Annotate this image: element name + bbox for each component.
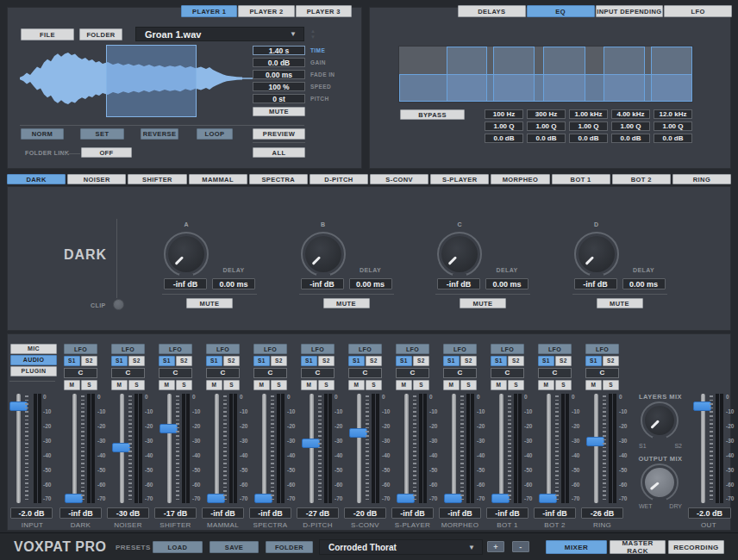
mute-button[interactable]: M xyxy=(64,380,80,390)
preset-folder-button[interactable]: FOLDER xyxy=(266,541,313,553)
s2-button[interactable]: S2 xyxy=(413,356,429,366)
pan-center-box[interactable]: C xyxy=(396,368,429,378)
fader-handle[interactable] xyxy=(207,494,225,503)
lfo-button[interactable]: LFO xyxy=(538,344,572,354)
voice-delay-box[interactable]: 0.00 ms xyxy=(485,278,528,289)
preview-button[interactable]: PREVIEW xyxy=(253,128,305,140)
solo-button[interactable]: S xyxy=(128,380,145,390)
s2-button[interactable]: S2 xyxy=(366,356,382,366)
mute-button[interactable]: M xyxy=(159,380,175,390)
pan-center-box[interactable]: C xyxy=(301,368,335,378)
lfo-button[interactable]: LFO xyxy=(111,344,145,354)
tab-player-1[interactable]: PLAYER 1 xyxy=(181,5,237,17)
pan-center-box[interactable]: C xyxy=(443,368,477,378)
s2-button[interactable]: S2 xyxy=(603,356,619,366)
spinner-down-icon[interactable]: ▼ xyxy=(308,34,318,40)
input-value-box[interactable]: -2.0 dB xyxy=(10,507,53,519)
channel-value-box[interactable]: -inf dB xyxy=(486,507,528,519)
s1-button[interactable]: S1 xyxy=(301,356,317,366)
all-button[interactable]: ALL xyxy=(253,147,305,158)
out-value-box[interactable]: -2.0 dB xyxy=(688,507,731,519)
eq-band-region[interactable] xyxy=(604,47,645,102)
voice-level-knob[interactable] xyxy=(301,232,346,277)
mute-button[interactable]: M xyxy=(585,380,602,390)
view-tab-recording[interactable]: RECORDING xyxy=(668,540,724,554)
fader-handle[interactable] xyxy=(302,439,320,448)
s2-button[interactable]: S2 xyxy=(508,356,524,366)
preset-dropdown[interactable]: Corroded Thorat ▼ xyxy=(319,539,483,555)
eq-gain-box[interactable]: 0.0 dB xyxy=(527,134,566,143)
lfo-button[interactable]: LFO xyxy=(491,344,524,354)
voice-level-box[interactable]: -inf dB xyxy=(437,278,480,289)
fader-handle[interactable] xyxy=(586,437,604,446)
fader-handle[interactable] xyxy=(693,401,711,411)
loop-button[interactable]: LOOP xyxy=(197,128,233,140)
tab-player-2[interactable]: PLAYER 2 xyxy=(238,5,294,17)
folder-button[interactable]: FOLDER xyxy=(79,28,122,40)
spinner-up-icon[interactable]: ▲ xyxy=(308,28,318,34)
voice-mute-button[interactable]: MUTE xyxy=(460,298,506,308)
fader-track[interactable] xyxy=(594,394,598,503)
lfo-button[interactable]: LFO xyxy=(253,344,287,354)
param-value-box[interactable]: 0.00 ms xyxy=(253,70,305,79)
fader-track[interactable] xyxy=(215,394,219,503)
eq-gain-box[interactable]: 0.0 dB xyxy=(485,134,523,143)
s2-button[interactable]: S2 xyxy=(318,356,335,366)
fader-handle[interactable] xyxy=(112,443,130,452)
pan-center-box[interactable]: C xyxy=(111,368,145,378)
eq-freq-box[interactable]: 1.00 kHz xyxy=(569,109,608,119)
eq-q-box[interactable]: 1.00 Q xyxy=(527,121,566,131)
lfo-button[interactable]: LFO xyxy=(206,344,240,354)
fader-handle[interactable] xyxy=(397,494,415,503)
eq-gain-box[interactable]: 0.0 dB xyxy=(654,134,692,143)
eq-band-region[interactable] xyxy=(651,47,692,102)
solo-button[interactable]: S xyxy=(176,380,192,390)
tab-input-depending[interactable]: INPUT DEPENDING xyxy=(596,5,664,17)
voice-delay-box[interactable]: 0.00 ms xyxy=(349,278,392,289)
channel-value-box[interactable]: -27 dB xyxy=(297,507,339,519)
waveform-selection[interactable] xyxy=(106,45,197,117)
tab-eq[interactable]: EQ xyxy=(527,5,595,17)
fader-track[interactable] xyxy=(357,394,361,503)
fader-handle[interactable] xyxy=(254,494,272,503)
s2-button[interactable]: S2 xyxy=(176,356,192,366)
voice-level-knob[interactable] xyxy=(574,232,619,277)
view-tab-master-rack[interactable]: MASTER RACK xyxy=(610,540,666,554)
module-tab-mammal[interactable]: MAMMAL xyxy=(189,174,247,184)
s1-button[interactable]: S1 xyxy=(538,356,554,366)
pan-center-box[interactable]: C xyxy=(585,368,619,378)
bypass-button[interactable]: BYPASS xyxy=(400,109,465,120)
fader-track[interactable] xyxy=(404,394,409,503)
fader-track[interactable] xyxy=(499,394,503,503)
lfo-button[interactable]: LFO xyxy=(64,344,97,354)
param-value-box[interactable]: 100 % xyxy=(253,82,305,91)
channel-value-box[interactable]: -inf dB xyxy=(59,507,102,519)
mute-button[interactable]: M xyxy=(491,380,507,390)
view-tab-mixer[interactable]: MIXER xyxy=(546,540,607,554)
module-tab-spectra[interactable]: SPECTRA xyxy=(249,174,308,184)
eq-freq-box[interactable]: 12.0 kHz xyxy=(654,109,692,119)
module-tab-s-conv[interactable]: S-CONV xyxy=(370,174,428,184)
tab-delays[interactable]: DELAYS xyxy=(458,5,526,17)
module-tab-noiser[interactable]: NOISER xyxy=(67,174,126,184)
layers-mix-knob[interactable] xyxy=(641,401,679,439)
eq-freq-box[interactable]: 100 Hz xyxy=(485,109,523,119)
tab-lfo[interactable]: LFO xyxy=(664,5,732,17)
fader-track[interactable] xyxy=(72,394,77,503)
voice-level-box[interactable]: -inf dB xyxy=(164,278,207,289)
lfo-button[interactable]: LFO xyxy=(585,344,619,354)
pan-center-box[interactable]: C xyxy=(64,368,97,378)
mute-button[interactable]: M xyxy=(253,380,270,390)
s1-button[interactable]: S1 xyxy=(585,356,602,366)
solo-button[interactable]: S xyxy=(81,380,97,390)
channel-value-box[interactable]: -17 dB xyxy=(154,507,197,519)
solo-button[interactable]: S xyxy=(555,380,572,390)
eq-band-region[interactable] xyxy=(493,47,535,102)
fader-handle[interactable] xyxy=(349,428,367,438)
voice-level-box[interactable]: -inf dB xyxy=(301,278,344,289)
s2-button[interactable]: S2 xyxy=(271,356,287,366)
pan-center-box[interactable]: C xyxy=(491,368,524,378)
fader-handle[interactable] xyxy=(539,494,557,503)
fader-track[interactable] xyxy=(310,394,314,503)
module-tab-shifter[interactable]: SHIFTER xyxy=(128,174,186,184)
